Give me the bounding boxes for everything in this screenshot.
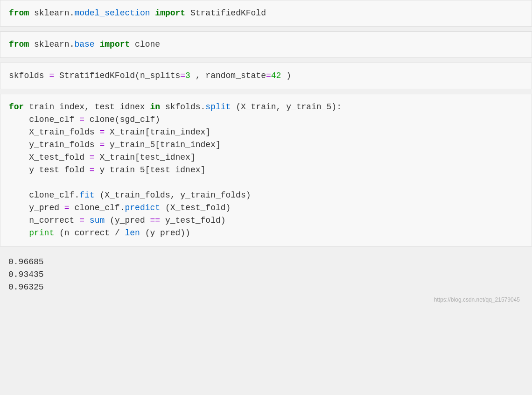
code-text: clone (135, 40, 160, 49)
code-text: clone_clf. (9, 190, 79, 200)
function-name: split (205, 102, 231, 112)
code-text: n_correct (9, 216, 79, 225)
code-text: (X_test_fold) (165, 203, 231, 212)
code-text: (X_train_folds, y_train_folds) (99, 190, 251, 200)
module-name: base (74, 40, 94, 49)
function-name: len (125, 228, 140, 238)
output-block: 0.96685 0.93435 0.96325 https://blog.csd… (0, 251, 532, 310)
operator: = (64, 203, 70, 212)
code-text: y_test_fold) (165, 216, 226, 225)
code-text: clone_clf (9, 115, 79, 124)
code-text: y_train_5[test_idnex] (99, 165, 205, 175)
function-name: sum (90, 216, 105, 225)
code-text: train_index, test_idnex (29, 102, 150, 112)
code-text: , random_state (196, 71, 266, 80)
output-line-3: 0.96325 (8, 281, 524, 294)
keyword-from: from (9, 8, 29, 18)
code-line: y_pred = clone_clf.predict (X_test_fold) (9, 202, 523, 214)
code-block-4: for train_index, test_idnex in skfolds.s… (0, 94, 532, 247)
code-text: StratifiedKFold(n_splits (59, 71, 180, 80)
keyword-in: in (150, 102, 160, 112)
code-text: X_train[test_idnex] (99, 153, 195, 162)
function-name: predict (125, 203, 160, 212)
code-text: ) (286, 71, 291, 80)
code-line: clone_clf.fit (X_train_folds, y_train_fo… (9, 189, 523, 202)
code-text: (y_pred)) (145, 228, 190, 238)
module-name: model_selection (74, 8, 150, 18)
operator: == (150, 216, 161, 225)
code-text: clone_clf. (74, 203, 125, 212)
function-print: print (29, 228, 54, 238)
code-line: from sklearn.model_selection import Stra… (9, 7, 523, 20)
output-line-1: 0.96685 (8, 256, 524, 268)
notebook-container: from sklearn.model_selection import Stra… (0, 0, 532, 310)
code-text: y_pred (9, 203, 64, 212)
watermark: https://blog.csdn.net/qq_21579045 (8, 294, 524, 306)
code-line: n_correct = sum (y_pred == y_test_fold) (9, 214, 523, 227)
code-line: y_test_fold = y_train_5[test_idnex] (9, 164, 523, 176)
code-text: clone(sgd_clf) (90, 115, 160, 124)
keyword-for: for (9, 102, 24, 112)
operator: = (99, 140, 105, 149)
code-text: y_train_5[train_index] (110, 140, 221, 149)
keyword-import: import (155, 8, 185, 18)
code-text: X_test_fold (9, 153, 90, 162)
code-text: skfolds (9, 71, 49, 80)
code-text: skfolds. (165, 102, 205, 112)
code-text: y_train_folds (9, 140, 99, 149)
code-block-2: from sklearn.base import clone (0, 31, 532, 58)
code-text: (X_train, y_train_5): (236, 102, 342, 112)
code-line: X_train_folds = X_train[train_index] (9, 126, 523, 139)
code-text: X_train[train_index] (110, 127, 210, 137)
operator: = (90, 165, 95, 175)
operator: = (266, 71, 271, 80)
operator: = (79, 115, 84, 124)
operator: = (99, 127, 105, 137)
code-text (9, 228, 29, 238)
function-name: fit (79, 190, 94, 200)
code-line: from sklearn.base import clone (9, 38, 523, 51)
code-text: (y_pred (110, 216, 150, 225)
operator: = (90, 153, 95, 162)
number: 3 (185, 71, 190, 80)
number: 42 (271, 71, 281, 80)
keyword-import: import (99, 40, 130, 49)
output-line-2: 0.93435 (8, 268, 524, 281)
operator: = (49, 71, 54, 80)
code-line: X_test_fold = X_train[test_idnex] (9, 151, 523, 164)
code-block-1: from sklearn.model_selection import Stra… (0, 0, 532, 27)
code-block-3: skfolds = StratifiedKFold(n_splits=3 , r… (0, 63, 532, 89)
code-line: skfolds = StratifiedKFold(n_splits=3 , r… (9, 70, 523, 82)
code-line: y_train_folds = y_train_5[train_index] (9, 139, 523, 151)
code-line (9, 176, 523, 189)
code-text: X_train_folds (9, 127, 99, 137)
code-text: y_test_fold (9, 165, 90, 175)
code-line: clone_clf = clone(sgd_clf) (9, 113, 523, 126)
operator: = (79, 216, 84, 225)
code-line: for train_index, test_idnex in skfolds.s… (9, 101, 523, 113)
code-line: print (n_correct / len (y_pred)) (9, 227, 523, 240)
operator: = (180, 71, 185, 80)
code-text: (n_correct / (59, 228, 125, 238)
code-text: sklearn. (34, 40, 74, 49)
code-text: sklearn. (34, 8, 74, 18)
code-text: StratifiedKFold (190, 8, 266, 18)
keyword-from: from (9, 40, 29, 49)
